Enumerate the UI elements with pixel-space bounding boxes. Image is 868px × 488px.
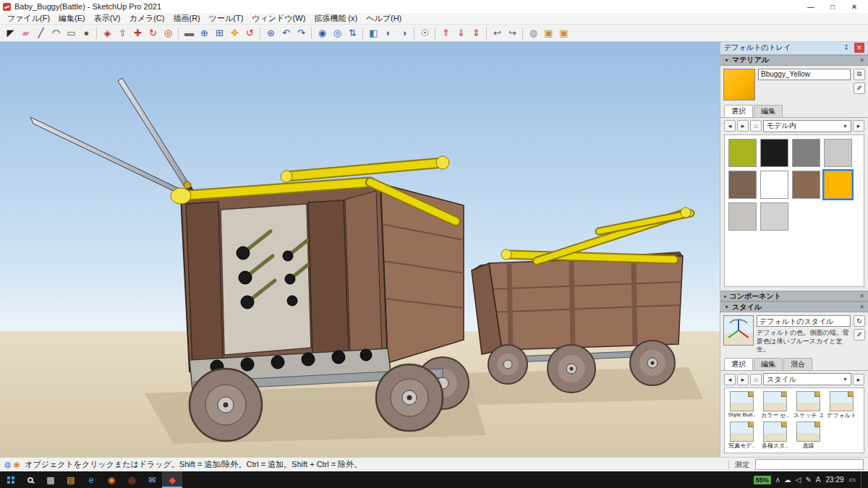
secondary-pane-icon[interactable]: ⧉ <box>854 69 865 80</box>
task-view-button[interactable]: ▦ <box>41 471 61 488</box>
action-center-icon[interactable]: ▭ <box>849 476 856 484</box>
start-button[interactable] <box>0 471 20 488</box>
show-desktop-button[interactable] <box>861 471 864 488</box>
details-arrow-icon[interactable]: ▸ <box>853 120 864 132</box>
swatch-olive-green[interactable] <box>728 139 757 167</box>
eyedropper-icon[interactable]: ✐ <box>854 82 865 94</box>
taskbar-sketchup[interactable]: ◆ <box>162 471 182 488</box>
extension-download-icon[interactable]: ⇓ <box>454 26 469 40</box>
redo-view-icon[interactable]: ↪ <box>505 26 520 40</box>
section-cut-icon[interactable]: ◑ <box>396 26 412 40</box>
forward-arrow-icon[interactable]: ▸ <box>737 120 749 132</box>
swatch-black[interactable] <box>760 139 788 167</box>
forward-arrow-icon[interactable]: ▸ <box>737 374 749 385</box>
minimize-button[interactable]: — <box>800 0 822 13</box>
measurement-input[interactable] <box>755 459 864 470</box>
in-model-home-icon[interactable]: ⌂ <box>750 374 762 385</box>
style-thumb-photo-modeling[interactable]: 写真モデ.. <box>727 421 757 450</box>
back-arrow-icon[interactable]: ◂ <box>724 374 736 385</box>
tray-titlebar[interactable]: デフォルトのトレイ ↧ ✕ <box>720 42 868 55</box>
search-button[interactable] <box>20 471 41 488</box>
battery-indicator[interactable]: 55% <box>754 476 771 484</box>
style-thumb-style-builder[interactable]: Style Buil.. <box>727 391 757 419</box>
position-camera-icon[interactable]: ◉ <box>315 26 330 40</box>
select-tool-icon[interactable]: ◤ <box>3 26 18 40</box>
style-thumb-color-sets[interactable]: カラー セ.. <box>760 391 790 419</box>
swatch-gray[interactable] <box>792 139 820 167</box>
materials-tab[interactable]: 選択 <box>724 105 753 117</box>
style-name-field[interactable]: デフォルトのスタイル <box>757 315 851 327</box>
pin-icon[interactable]: ↧ <box>841 43 851 53</box>
extension-sync-icon[interactable]: ⇕ <box>469 26 484 40</box>
swatch-light-gray[interactable] <box>824 139 852 167</box>
titlebar[interactable]: Baby_Buggy(Battle) - SketchUp Pro 2021 —… <box>0 0 868 13</box>
components-panel-header[interactable]: ▸ コンポーネント ✕ <box>720 291 868 301</box>
circle-tool-icon[interactable]: ● <box>79 26 94 40</box>
next-view-icon[interactable]: ↷ <box>294 26 309 40</box>
swatch-buggy-yellow[interactable] <box>824 171 852 199</box>
menu-item[interactable]: 編集(E) <box>54 13 90 24</box>
styles-tab[interactable]: 混合 <box>783 358 812 370</box>
zoom-tool-icon[interactable]: ⊕ <box>197 26 212 40</box>
menu-item[interactable]: ファイル(F) <box>3 13 54 24</box>
taskbar-opera[interactable]: ◎ <box>122 471 142 488</box>
camera-person-icon[interactable]: ☉ <box>417 26 433 40</box>
swatch-pale-gray[interactable] <box>728 202 757 231</box>
styles-panel-close-icon[interactable]: ✕ <box>859 304 864 310</box>
close-button[interactable]: ✕ <box>843 0 865 13</box>
style-thumb-assorted[interactable]: 各種スタ.. <box>760 421 790 450</box>
taskbar-edge[interactable]: e <box>81 471 101 488</box>
materials-panel-close-icon[interactable]: ✕ <box>859 57 864 64</box>
zoom-extents-icon[interactable]: ⊛ <box>263 26 278 40</box>
style-thumb-straight-lines[interactable]: 直線 <box>793 421 823 450</box>
tray-close-icon[interactable]: ✕ <box>854 43 864 53</box>
clock[interactable]: 23:29 <box>826 476 844 484</box>
style-thumb-default[interactable]: デフォルト <box>827 391 856 419</box>
ime-icon[interactable]: A <box>816 476 821 484</box>
taskbar-mail[interactable]: ✉ <box>142 471 162 488</box>
extension-upload-icon[interactable]: ⇑ <box>438 26 454 40</box>
line-tool-icon[interactable]: ╱ <box>33 26 48 40</box>
rotate-tool-icon[interactable]: ↻ <box>145 26 161 40</box>
menu-item[interactable]: ツール(T) <box>205 13 248 24</box>
section-display-icon[interactable]: ◐ <box>381 26 396 40</box>
swatch-dark-brown[interactable] <box>792 171 820 199</box>
paint-bucket-icon[interactable]: ◈ <box>100 26 115 40</box>
zoom-window-icon[interactable]: ⊞ <box>212 26 227 40</box>
volume-icon[interactable]: ◁ <box>796 476 801 484</box>
credits-icon[interactable]: ◉ <box>14 460 21 469</box>
details-arrow-icon[interactable]: ▸ <box>853 374 864 385</box>
components-box-icon[interactable]: ▣ <box>541 26 556 40</box>
taskbar-firefox[interactable]: ◉ <box>101 471 122 488</box>
arc-tool-icon[interactable]: ◠ <box>48 26 64 40</box>
menu-item[interactable]: 表示(V) <box>90 13 125 24</box>
previous-view-icon[interactable]: ↶ <box>278 26 294 40</box>
section-plane-icon[interactable]: ◧ <box>366 26 381 40</box>
warehouse-icon[interactable]: ◍ <box>526 26 541 40</box>
materials-collection-dropdown[interactable]: モデル内 ▼ <box>763 120 851 132</box>
undo-view-icon[interactable]: ↩ <box>490 26 505 40</box>
taskbar-file-explorer[interactable]: ▤ <box>61 471 81 488</box>
in-model-home-icon[interactable]: ⌂ <box>750 120 762 132</box>
onedrive-icon[interactable]: ☁ <box>784 476 791 484</box>
swatch-brown[interactable] <box>728 171 757 199</box>
back-arrow-icon[interactable]: ◂ <box>724 120 736 132</box>
restore-button[interactable]: □ <box>822 0 843 13</box>
menu-item[interactable]: ウィンドウ(W) <box>247 13 310 24</box>
materials-panel-header[interactable]: ▼ マテリアル ✕ <box>720 55 868 66</box>
pen-icon[interactable]: ✎ <box>805 476 811 484</box>
viewport-3d-scene[interactable] <box>0 42 720 457</box>
styles-tab[interactable]: 編集 <box>754 358 783 370</box>
tape-measure-icon[interactable]: ▬ <box>182 26 197 40</box>
hidden-icons-chevron[interactable]: ʌ <box>776 476 780 484</box>
styles-panel-header[interactable]: ▼ スタイル ✕ <box>720 301 868 312</box>
menu-item[interactable]: ヘルプ(H) <box>362 13 406 24</box>
styles-tab[interactable]: 選択 <box>724 358 753 370</box>
move-tool-icon[interactable]: ✚ <box>130 26 145 40</box>
menu-item[interactable]: 拡張機能 (x) <box>310 13 362 24</box>
offset-tool-icon[interactable]: ◎ <box>161 26 176 40</box>
look-around-icon[interactable]: ◎ <box>330 26 345 40</box>
components-panel-close-icon[interactable]: ✕ <box>859 293 864 299</box>
eraser-tool-icon[interactable]: ▰ <box>18 26 33 40</box>
walk-tool-icon[interactable]: ⇅ <box>345 26 360 40</box>
